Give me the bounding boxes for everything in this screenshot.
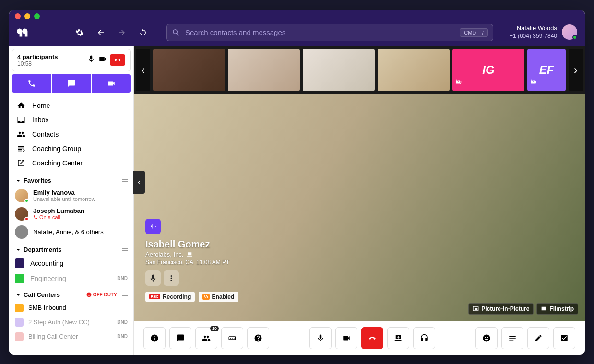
- video-action[interactable]: [92, 74, 131, 93]
- filmstrip-tile[interactable]: [153, 49, 225, 91]
- refresh-icon[interactable]: [136, 25, 150, 40]
- favorite-joseph[interactable]: Joseph LumabanOn a call: [9, 205, 133, 223]
- search-bar[interactable]: CMD + /: [166, 24, 493, 41]
- app-logo[interactable]: [17, 26, 30, 39]
- app-window: CMD + / Natalie Woods +1 (604) 359-7840 …: [9, 10, 585, 355]
- filmstrip-next[interactable]: ›: [569, 49, 583, 91]
- cc-billing[interactable]: Billing Call Center DND: [9, 329, 133, 344]
- window-close[interactable]: [15, 13, 21, 19]
- tasks-button[interactable]: [553, 327, 575, 349]
- call-controls: 19: [134, 321, 585, 355]
- dnd-badge: DND: [117, 276, 128, 281]
- callcenters-header[interactable]: Call Centers OFF DUTY ==: [9, 286, 133, 301]
- filmstrip-prev[interactable]: ‹: [136, 49, 150, 91]
- favorites-header[interactable]: Favorites ==: [9, 172, 133, 187]
- nav-coaching-group[interactable]: Coaching Group: [9, 141, 133, 156]
- call-duration: 10:58: [17, 60, 58, 67]
- camera-off-icon: [455, 75, 462, 88]
- message-action[interactable]: [52, 74, 91, 93]
- favorite-group[interactable]: Natalie, Annie, & 6 others: [9, 223, 133, 241]
- filmstrip: ‹ IG EF ›: [134, 46, 585, 94]
- cc-2step[interactable]: 2 Step Auth (New CC) DND: [9, 315, 133, 329]
- filmstrip-tile[interactable]: [378, 49, 450, 91]
- edit-button[interactable]: [527, 327, 549, 349]
- user-name: Natalie Woods: [510, 24, 557, 33]
- headset-button[interactable]: [413, 327, 435, 349]
- call-action[interactable]: [12, 74, 51, 93]
- screenshare-button[interactable]: [387, 327, 409, 349]
- filmstrip-tile[interactable]: [303, 49, 375, 91]
- dept-color-icon: [15, 274, 24, 283]
- speaker-more-button[interactable]: [164, 270, 179, 286]
- dept-color-icon: [15, 258, 24, 268]
- participant-count-badge: 19: [210, 326, 219, 331]
- video-icon[interactable]: [98, 55, 107, 65]
- user-avatar[interactable]: [562, 24, 577, 40]
- dept-engineering[interactable]: Engineering DND: [9, 271, 133, 286]
- nav-list: Home Inbox Contacts Coaching Group Coach…: [9, 96, 133, 172]
- svg-rect-5: [232, 338, 233, 339]
- contacts-icon: [17, 130, 25, 139]
- collapse-sidebar-tab[interactable]: ‹: [133, 171, 145, 194]
- settings-icon[interactable]: [72, 25, 87, 40]
- filmstrip-button[interactable]: Filmstrip: [536, 303, 578, 315]
- nav-home[interactable]: Home: [9, 98, 133, 113]
- dnd-badge: DND: [117, 319, 128, 325]
- end-call-button[interactable]: [361, 327, 383, 349]
- cc-color-icon: [15, 318, 24, 327]
- info-button[interactable]: [143, 327, 166, 349]
- vi-enabled-badge: ViEnabled: [199, 292, 238, 302]
- camera-off-icon: [530, 75, 537, 88]
- camera-button[interactable]: [335, 327, 357, 349]
- drag-handle-icon[interactable]: ==: [122, 291, 127, 299]
- vi-badge-icon: [145, 219, 161, 234]
- drag-handle-icon[interactable]: ==: [122, 246, 127, 254]
- top-bar: CMD + / Natalie Woods +1 (604) 359-7840: [9, 19, 585, 46]
- external-icon: [17, 159, 25, 167]
- nav-back-icon[interactable]: [94, 25, 108, 40]
- nav-coaching-center[interactable]: Coaching Center: [9, 156, 133, 170]
- dialpad-button[interactable]: [221, 327, 243, 349]
- svg-rect-6: [234, 338, 235, 339]
- nav-inbox[interactable]: Inbox: [9, 113, 133, 127]
- participants-button[interactable]: 19: [195, 327, 217, 349]
- quick-actions: [12, 74, 131, 93]
- mic-icon[interactable]: [87, 55, 95, 65]
- svg-point-1: [171, 277, 172, 279]
- window-maximize[interactable]: [34, 13, 40, 19]
- drag-handle-icon[interactable]: ==: [122, 177, 127, 185]
- video-content: ‹ IG EF › ‹ Isabell Gomez Aerolabs, Inc.…: [134, 46, 585, 355]
- window-minimize[interactable]: [24, 13, 30, 19]
- departments-header[interactable]: Departments ==: [9, 241, 133, 256]
- reactions-button[interactable]: [475, 327, 498, 349]
- cc-color-icon: [15, 332, 24, 341]
- help-button[interactable]: [247, 327, 269, 349]
- status-dot: [24, 217, 29, 221]
- dnd-badge: DND: [117, 334, 128, 339]
- main-video[interactable]: ‹ Isabell Gomez Aerolabs, Inc. San Franc…: [134, 94, 585, 321]
- group-icon: [17, 144, 25, 153]
- inbox-icon: [17, 116, 25, 124]
- recording-badge: RECRecording: [145, 292, 195, 302]
- pip-button[interactable]: Picture-in-Picture: [468, 303, 534, 315]
- home-icon: [17, 101, 25, 110]
- cc-smb[interactable]: SMB Inbound: [9, 301, 133, 315]
- hangup-button[interactable]: [110, 54, 125, 66]
- filmstrip-tile-initials[interactable]: IG: [452, 49, 524, 91]
- dept-accounting[interactable]: Accounting: [9, 256, 133, 271]
- mute-button[interactable]: [309, 327, 332, 349]
- notes-button[interactable]: [501, 327, 523, 349]
- active-call-card[interactable]: 4 participants 10:58: [12, 49, 131, 71]
- filmstrip-tile-initials[interactable]: EF: [527, 49, 566, 91]
- nav-contacts[interactable]: Contacts: [9, 127, 133, 141]
- chat-button[interactable]: [169, 327, 191, 349]
- filmstrip-tile[interactable]: [228, 49, 300, 91]
- search-input[interactable]: [185, 28, 455, 36]
- user-menu[interactable]: Natalie Woods +1 (604) 359-7840: [510, 24, 577, 40]
- speaker-mic-button[interactable]: [145, 270, 161, 286]
- status-indicator: [572, 35, 577, 40]
- speaker-info: Isabell Gomez Aerolabs, Inc. San Francis…: [145, 219, 238, 302]
- favorite-emily[interactable]: Emily IvanovaUnavailable until tomorrow: [9, 187, 133, 205]
- nav-forward-icon[interactable]: [115, 25, 129, 40]
- cc-color-icon: [15, 304, 24, 312]
